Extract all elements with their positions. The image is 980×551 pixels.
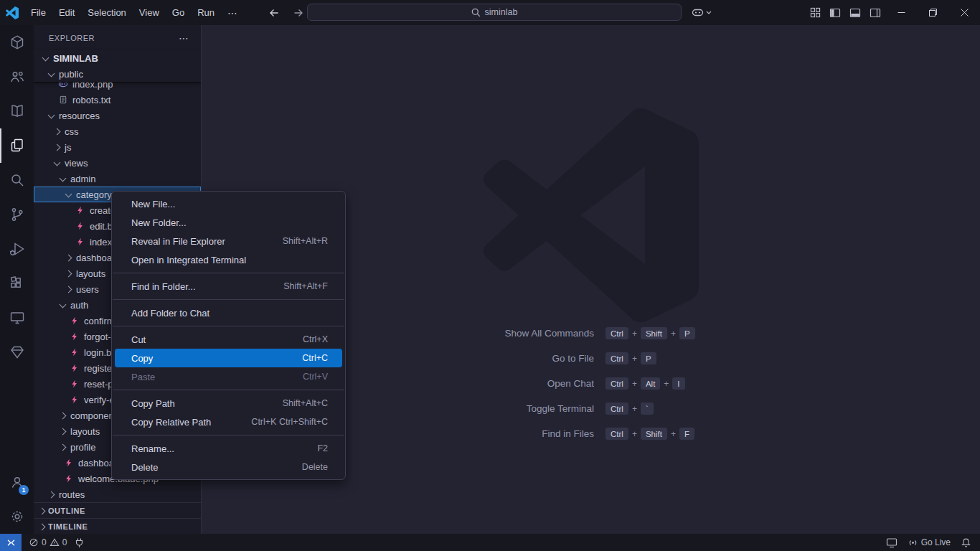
chevron-down-icon — [63, 189, 75, 200]
run-debug-icon — [9, 240, 26, 258]
go-live-button[interactable]: Go Live — [908, 537, 951, 548]
context-menu-item-add-folder-to-chat[interactable]: Add Folder to Chat — [112, 303, 345, 322]
remote-indicator-button[interactable] — [0, 534, 22, 551]
menu-go[interactable]: Go — [166, 0, 191, 25]
activity-extensions-button[interactable] — [0, 266, 34, 301]
tree-item-views[interactable]: views — [34, 155, 201, 171]
activity-book-button[interactable] — [0, 94, 34, 128]
broadcast-icon — [908, 537, 918, 548]
context-menu-item-new-folder[interactable]: New Folder... — [112, 213, 345, 232]
copilot-button[interactable] — [687, 0, 716, 25]
context-menu-item-copy[interactable]: CopyCtrl+C — [115, 349, 342, 367]
menu-item-label: Reveal in File Explorer — [131, 236, 225, 247]
activity-gem-button[interactable] — [0, 335, 34, 369]
tree-item-js[interactable]: js — [34, 139, 201, 155]
context-menu-item-paste[interactable]: PasteCtrl+V — [112, 367, 345, 386]
forward-button[interactable] — [290, 4, 307, 22]
menu-item-label: Open in Integrated Terminal — [131, 255, 246, 265]
tree-item-robots-txt[interactable]: robots.txt — [34, 92, 201, 108]
chevron-down-icon — [57, 299, 69, 311]
ports-button[interactable] — [74, 537, 85, 548]
plus-separator: + — [632, 354, 637, 364]
activity-organization-button[interactable] — [0, 60, 34, 94]
keycap: ` — [641, 402, 654, 415]
chevron-down-icon — [52, 157, 63, 169]
tree-item-routes[interactable]: routes — [34, 486, 201, 502]
vscode-window: FileEditSelectionViewGoRun ⋯ siminlab — [0, 0, 980, 551]
command-center-search[interactable]: siminlab — [307, 4, 682, 21]
activity-explorer-button[interactable] — [0, 128, 34, 163]
keycap: Shift — [641, 428, 667, 440]
back-button[interactable] — [265, 4, 283, 22]
close-icon — [961, 9, 969, 17]
tree-item-label: layouts — [76, 268, 105, 279]
activity-remote-explorer-button[interactable] — [0, 301, 34, 335]
explorer-actions-button[interactable]: ⋯ — [176, 32, 192, 44]
chevron-right-icon — [57, 425, 69, 437]
chevron-down-icon — [57, 173, 69, 184]
blade-file-icon — [75, 220, 86, 232]
error-count: 0 — [42, 537, 47, 547]
more-menus-button[interactable]: ⋯ — [221, 7, 245, 19]
search-icon — [9, 171, 26, 189]
cube-icon — [9, 34, 26, 51]
shortcut-row: Toggle TerminalCtrl+` — [379, 396, 695, 421]
tree-item-resources[interactable]: resources — [34, 108, 201, 123]
problems-button[interactable]: 0 0 — [29, 537, 67, 547]
close-button[interactable] — [948, 0, 980, 25]
accounts-button[interactable]: 1 — [0, 465, 34, 499]
context-menu-item-find-in-folder[interactable]: Find in Folder...Shift+Alt+F — [112, 277, 345, 296]
context-menu-item-copy-relative-path[interactable]: Copy Relative PathCtrl+K Ctrl+Shift+C — [112, 413, 345, 431]
customize-layout-button[interactable] — [805, 0, 825, 25]
keycap: I — [672, 377, 684, 390]
activity-run-debug-button[interactable] — [0, 232, 34, 266]
search-icon — [471, 8, 481, 17]
activity-cube-button[interactable] — [0, 25, 34, 60]
tree-item-siminlab[interactable]: SIMINLAB — [34, 50, 201, 66]
toggle-panel-button[interactable] — [845, 0, 865, 25]
context-menu-item-rename[interactable]: Rename...F2 — [112, 439, 345, 458]
notifications-button[interactable] — [961, 537, 971, 548]
section-timeline[interactable]: TIMELINE — [34, 518, 201, 534]
tree-item-label: views — [65, 158, 88, 169]
menu-file[interactable]: File — [24, 0, 52, 25]
tree-item-css[interactable]: css — [34, 123, 201, 139]
menu-selection[interactable]: Selection — [81, 0, 132, 25]
chevron-right-icon — [52, 126, 63, 137]
shortcut-keys: Ctrl+Shift+P — [606, 327, 695, 339]
cast-icon — [886, 537, 897, 548]
activity-source-control-button[interactable] — [0, 197, 34, 232]
shortcut-keys: Ctrl+Alt+I — [606, 377, 685, 390]
context-menu-item-open-in-integrated-terminal[interactable]: Open in Integrated Terminal — [112, 250, 345, 269]
menu-edit[interactable]: Edit — [52, 0, 81, 25]
statusbar-left: 0 0 — [29, 537, 85, 548]
context-menu-item-delete[interactable]: DeleteDelete — [112, 458, 345, 476]
tree-item-admin[interactable]: admin — [34, 171, 201, 187]
remote-indicator-icon — [6, 538, 16, 547]
minimize-button[interactable] — [885, 0, 917, 25]
organization-icon — [9, 68, 26, 85]
toggle-primary-sidebar-button[interactable] — [825, 0, 845, 25]
menu-run[interactable]: Run — [191, 0, 221, 25]
settings-button[interactable] — [0, 499, 34, 534]
menu-bar: FileEditSelectionViewGoRun — [24, 0, 221, 25]
shortcut-label: Toggle Terminal — [379, 403, 594, 414]
context-menu-item-reveal-in-file-explorer[interactable]: Reveal in File ExplorerShift+Alt+R — [112, 232, 345, 250]
status-bar: 0 0 Go Live — [0, 534, 980, 551]
shortcut-row: Open ChatCtrl+Alt+I — [379, 371, 695, 396]
context-menu: New File...New Folder...Reveal in File E… — [111, 191, 346, 480]
section-outline[interactable]: OUTLINE — [34, 502, 201, 518]
restore-button[interactable] — [917, 0, 948, 25]
chevron-right-icon — [63, 268, 75, 279]
context-menu-item-new-file[interactable]: New File... — [112, 194, 345, 213]
context-menu-item-cut[interactable]: CutCtrl+X — [112, 330, 345, 349]
activity-search-button[interactable] — [0, 163, 34, 197]
context-menu-item-copy-path[interactable]: Copy PathShift+Alt+C — [112, 394, 345, 413]
plus-separator: + — [671, 329, 676, 339]
tree-item-public[interactable]: public — [34, 66, 201, 82]
menu-item-label: Cut — [131, 334, 146, 345]
toggle-secondary-sidebar-button[interactable] — [865, 0, 885, 25]
menu-view[interactable]: View — [133, 0, 166, 25]
cast-button[interactable] — [886, 537, 897, 548]
tree-item-label: public — [59, 69, 83, 80]
